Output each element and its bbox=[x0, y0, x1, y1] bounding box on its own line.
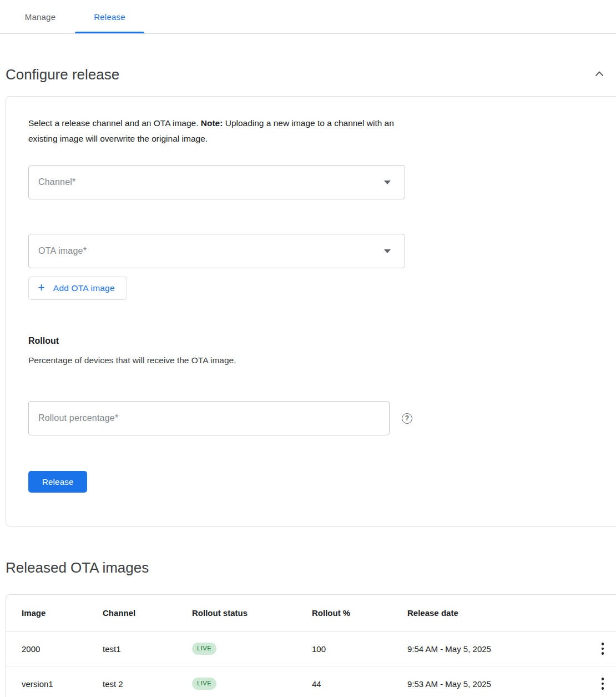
kebab-icon bbox=[602, 678, 604, 690]
released-ota-images-header: Released OTA images bbox=[0, 559, 616, 576]
release-button[interactable]: Release bbox=[28, 471, 87, 493]
channel-select-label: Channel* bbox=[38, 177, 75, 187]
note-label: Note: bbox=[201, 118, 223, 128]
cell-rollout-status: LIVE bbox=[192, 678, 312, 690]
configure-release-header: Configure release bbox=[0, 66, 616, 83]
help-icon[interactable]: ? bbox=[402, 413, 412, 424]
table-row: version1 test 2 LIVE 44 9:53 AM - May 5,… bbox=[6, 666, 616, 697]
cell-rollout-percent: 100 bbox=[312, 644, 407, 654]
ota-image-select[interactable]: OTA image* bbox=[28, 234, 405, 268]
add-ota-image-button-label: Add OTA image bbox=[53, 283, 115, 293]
cell-release-date: 9:54 AM - May 5, 2025 bbox=[407, 644, 585, 654]
cell-rollout-percent: 44 bbox=[312, 679, 407, 689]
tab-manage-label: Manage bbox=[25, 12, 55, 22]
tab-release-label: Release bbox=[94, 12, 125, 22]
column-header-image: Image bbox=[22, 608, 103, 618]
cell-rollout-status: LIVE bbox=[192, 643, 312, 655]
ota-image-select-label: OTA image* bbox=[38, 246, 87, 256]
column-header-release-date: Release date bbox=[407, 608, 585, 618]
chevron-up-icon bbox=[593, 67, 606, 82]
table-row: 2000 test1 LIVE 100 9:54 AM - May 5, 202… bbox=[6, 631, 616, 666]
dropdown-arrow-icon bbox=[384, 249, 391, 253]
channel-select[interactable]: Channel* bbox=[28, 165, 405, 199]
released-ota-images-title: Released OTA images bbox=[6, 559, 149, 576]
instructions-text-start: Select a release channel and an OTA imag… bbox=[28, 118, 201, 128]
row-actions-menu-button[interactable] bbox=[595, 674, 610, 693]
rollout-percentage-label: Rollout percentage* bbox=[38, 413, 118, 423]
column-header-rollout-status: Rollout status bbox=[192, 608, 312, 618]
kebab-icon bbox=[602, 643, 604, 655]
collapse-section-button[interactable] bbox=[590, 66, 608, 83]
add-ota-image-button[interactable]: + Add OTA image bbox=[28, 277, 127, 300]
live-status-badge: LIVE bbox=[192, 678, 216, 690]
table-header-row: Image Channel Rollout status Rollout % R… bbox=[6, 595, 616, 631]
dropdown-arrow-icon bbox=[384, 180, 391, 184]
cell-image: 2000 bbox=[22, 644, 103, 654]
release-instructions: Select a release channel and an OTA imag… bbox=[28, 116, 411, 147]
live-status-badge: LIVE bbox=[192, 643, 216, 655]
tab-release[interactable]: Release bbox=[75, 0, 144, 33]
rollout-description: Percentage of devices that will receive … bbox=[28, 355, 602, 365]
cell-image: version1 bbox=[22, 679, 103, 689]
column-header-channel: Channel bbox=[103, 608, 192, 618]
released-ota-images-table: Image Channel Rollout status Rollout % R… bbox=[6, 594, 616, 697]
tab-bar: Manage Release bbox=[0, 0, 616, 34]
rollout-heading: Rollout bbox=[28, 336, 602, 346]
cell-channel: test 2 bbox=[103, 679, 192, 689]
row-actions-menu-button[interactable] bbox=[595, 639, 610, 658]
cell-channel: test1 bbox=[103, 644, 192, 654]
plus-icon: + bbox=[38, 282, 45, 294]
tab-manage[interactable]: Manage bbox=[6, 0, 75, 33]
rollout-percentage-input[interactable]: Rollout percentage* bbox=[28, 401, 390, 435]
configure-release-card: Select a release channel and an OTA imag… bbox=[6, 96, 616, 526]
column-header-rollout-percent: Rollout % bbox=[312, 608, 407, 618]
cell-release-date: 9:53 AM - May 5, 2025 bbox=[407, 679, 585, 689]
configure-release-title: Configure release bbox=[6, 66, 119, 83]
rollout-percentage-row: Rollout percentage* ? bbox=[28, 401, 602, 435]
